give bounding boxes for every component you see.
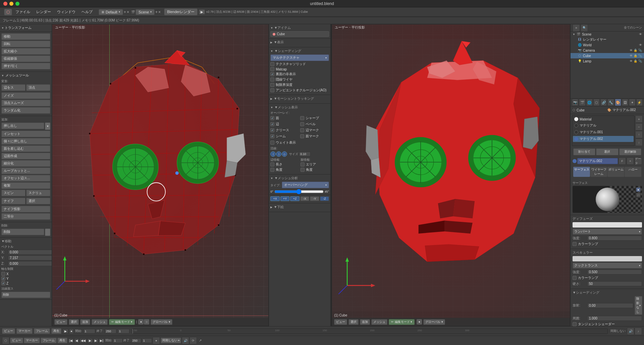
viewport-right[interactable]: ユーザー・平行投影 [332,24,570,326]
crease-cb[interactable] [270,128,274,132]
color-ramp-cb[interactable] [573,242,577,246]
renderer-selector[interactable]: Blenderレンダー [164,8,198,15]
outliner-item-cube[interactable]: ⬡ Cube 👁 🔒 📎 [571,53,644,58]
matcap-cb[interactable] [270,67,274,71]
menu-window[interactable]: ウィンドウ [54,9,78,15]
mat-data-btn[interactable]: データ [635,157,642,165]
animate-btn[interactable]: ● [69,329,74,334]
draw-toggle[interactable]: ▶ ▼下絵 [270,205,329,209]
axis-y-checkbox[interactable] [1,277,5,281]
bottom-marker-btn[interactable]: マーカー [24,338,40,343]
mat-x-btn[interactable]: × [627,157,634,165]
axis-neg-z-btn[interactable]: -Z [320,196,329,201]
mesh-analysis-toggle[interactable]: ▼ ▼メッシュ分析 [270,176,329,181]
outliner-item-world[interactable]: 🌐 World 👁 [571,42,644,48]
material-item-2[interactable]: マテリアル.001 [573,129,634,135]
diffuse-color[interactable] [573,222,642,228]
axis-x-btn[interactable]: +X [270,196,280,201]
select-button[interactable]: 選択 [26,198,50,204]
to-edge-button[interactable]: 辺をス [1,84,25,91]
mode-selector[interactable]: ⊞ Default ▾ [99,9,123,15]
face-mark-cb[interactable] [300,134,304,138]
spin-button[interactable]: スピン [1,190,25,196]
bottom-animate-btn[interactable]: ● [153,337,160,344]
axis-z-btn[interactable]: +Z [290,196,300,201]
angle-slider[interactable] [274,190,324,193]
timeline-view-btn[interactable]: ビュー [2,328,15,334]
outliner-item-camera[interactable]: 📷 Camera 👁 🔒 📎 [571,48,644,53]
specular-color[interactable] [573,256,642,261]
mat-move-down[interactable]: ↓ [635,139,643,146]
emit-input[interactable] [587,303,633,308]
menu-file[interactable]: ファイル [13,9,33,15]
spec-color-ramp-cb[interactable] [573,276,577,280]
material-item-3[interactable]: マテリアル.002 [573,136,634,142]
material-item-0[interactable]: Material [573,116,634,122]
menu-render[interactable]: レンダー [34,9,54,15]
limit-cb[interactable] [270,83,274,87]
eye-icon-scene[interactable]: 👁 [639,33,642,36]
mat-remove-btn[interactable]: − [635,123,643,131]
edit-mode-right[interactable]: ✏ 編集モード ▾ [389,319,415,325]
physics-btn[interactable]: ⚡ [636,99,643,106]
outliner-item-render[interactable]: 🎞 レンダレイヤー [571,37,644,42]
noise-button[interactable]: ノイズ [1,92,50,99]
mesh-display-toggle[interactable]: ▼ ▼メッシュ表示 [270,105,329,110]
smooth-button[interactable]: 頂点スムーズ [1,100,50,106]
outliner-item-scene[interactable]: ▼ 🎬 Scene 👁 [571,32,644,37]
angle-cb[interactable] [270,168,274,172]
eye-icon-camera[interactable]: 👁 [630,49,633,52]
tab-volume[interactable]: ボリューム [607,167,624,177]
close-button[interactable] [3,2,7,6]
preview-plane-btn[interactable]: □ [636,193,641,197]
diffuse-shader-dropdown[interactable]: ランバート ▾ [573,229,642,235]
ao-cb[interactable] [270,88,274,92]
extrude-button[interactable]: 押し出し [1,122,44,129]
view-menu-left[interactable]: ビュー [54,319,67,325]
angle2-cb[interactable] [301,168,305,172]
edge-create-button[interactable]: 辺面作成 [1,153,50,159]
bottom-expand[interactable]: ↗ [199,339,202,342]
randomize-button[interactable]: ランダム化 [1,107,50,114]
object-props-btn[interactable]: ⬡ [593,99,600,106]
specular-shader-dropdown[interactable]: クックトランス ▾ [573,262,642,268]
type-dropdown[interactable]: オーバーハング ▾ [282,182,329,188]
bevel-cb[interactable] [300,122,304,126]
extrude-each-button[interactable]: 個々に押し出し [1,138,50,145]
display-toggle[interactable]: ▶ ▼表示 [270,40,329,45]
screw-button[interactable]: スクリュ [26,190,50,196]
timeline-icon-2[interactable]: ♪ [635,328,642,335]
line-icon-1[interactable]: ⟨ [270,151,276,157]
shading-dropdown[interactable]: マルチテクスチャ ▾ [270,54,329,61]
render-button[interactable]: ▶ [199,9,205,14]
length-cb[interactable] [270,162,274,166]
outliner-search-btn[interactable]: 🔍 [581,24,588,32]
sync-dropdown[interactable]: 同期しない ▾ [161,338,181,343]
mat-name-field[interactable]: マテリアル.002 [577,158,618,164]
inset-button[interactable]: インセット [1,131,50,137]
preview-sphere-btn[interactable]: ● [636,187,641,192]
z-field[interactable] [8,261,52,266]
bisect-button[interactable]: 二等分 [1,213,50,220]
add-menu-left[interactable]: 追加 [80,319,90,325]
spec-intensity-input[interactable] [587,269,642,275]
modifier-btn[interactable]: 🔧 [607,99,614,106]
textured-solid-cb[interactable] [270,62,274,66]
material-item-1[interactable]: マテリアル [573,122,634,129]
eye-icon-cube[interactable]: 👁 [630,54,633,57]
sharp-cb[interactable] [300,116,304,120]
select-mat-btn[interactable]: 選択 [596,148,618,155]
push-pull2-button[interactable]: 面を差し込む [1,145,50,152]
view-menu-right[interactable]: ビュー [334,319,347,325]
mat-add-btn[interactable]: + [635,115,643,123]
tangent-cb[interactable] [573,322,577,326]
axis-x-checkbox[interactable] [1,272,5,276]
scene-props-btn[interactable]: 🎬 [579,99,585,106]
seam-cb[interactable] [270,134,274,138]
bottom-view-btn[interactable]: ビュー [10,338,23,343]
intensity-input[interactable] [587,236,642,241]
push-pull-button[interactable]: 押す/引く [1,63,50,69]
outliner-view-btn[interactable]: ≡ [573,24,580,32]
edit-mode-left[interactable]: ✏ 編集モード ▾ [109,319,135,325]
jump-start-btn[interactable]: |◀ [68,338,74,343]
